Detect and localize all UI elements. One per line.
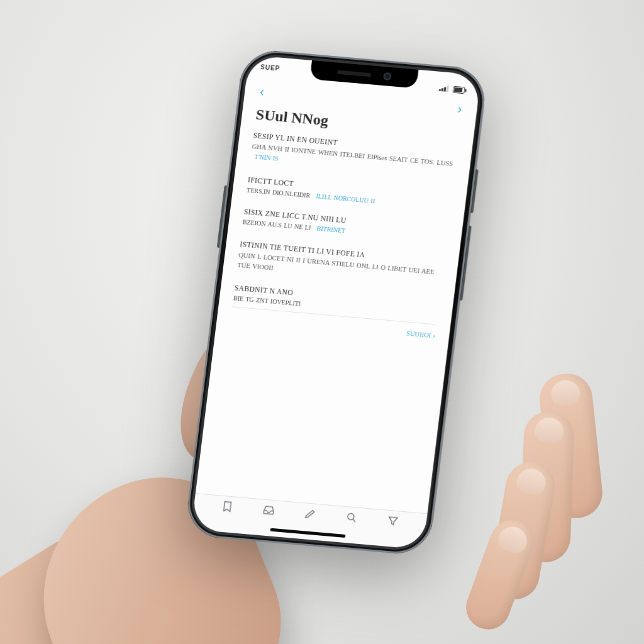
- inbox-icon: [262, 504, 275, 518]
- signal-icon: [439, 85, 450, 92]
- carrier-label: SUEP: [258, 64, 280, 83]
- content-area[interactable]: SUul NNog SESIP YL IN EN OUEINT GHA NVH …: [196, 100, 476, 514]
- tab-compose[interactable]: [303, 507, 317, 521]
- front-camera: [383, 72, 391, 80]
- phone-screen: SUEP: [191, 55, 481, 550]
- section-2-link[interactable]: BITRINET: [316, 225, 346, 235]
- filter-icon: [386, 514, 400, 528]
- svg-rect-2: [444, 87, 447, 91]
- earpiece-speaker: [337, 70, 372, 77]
- tab-inbox[interactable]: [262, 504, 275, 518]
- section-1: IFICTT LOCT TERS.IN DIO.NLEIDIR ILILL NO…: [246, 175, 453, 212]
- tab-filter[interactable]: [386, 514, 400, 528]
- tab-search[interactable]: [345, 511, 358, 525]
- smartphone: SUEP: [184, 48, 489, 556]
- section-1-link[interactable]: ILILL NORCOLUU II: [316, 192, 375, 204]
- svg-rect-0: [439, 89, 441, 91]
- section-2: SISIX ZNE LICC T.NU NIII LU BZEION AU.S …: [242, 208, 449, 244]
- svg-rect-6: [465, 89, 467, 92]
- chevron-right-icon: ›: [432, 331, 436, 340]
- pencil-icon: [303, 507, 317, 521]
- search-icon: [345, 511, 358, 525]
- section-0: SESIP YL IN EN OUEINT GHA NVH II IONTNE …: [250, 131, 458, 180]
- forward-button[interactable]: ›: [453, 99, 467, 118]
- section-3: ISTININ TIE TUEIT TI LI VI FOFE IA QUIN …: [237, 240, 445, 289]
- footer-link[interactable]: SUUIIOI›: [406, 328, 436, 340]
- section-4: SABDNIT N ANO BIE TG ZNT IOVEPLITI SUUII…: [230, 284, 439, 340]
- back-button[interactable]: ‹: [255, 82, 269, 101]
- battery-icon: [453, 86, 467, 94]
- chevron-right-icon: ›: [457, 102, 462, 116]
- chevron-left-icon: ‹: [259, 84, 265, 98]
- svg-rect-3: [447, 86, 449, 92]
- svg-rect-1: [441, 88, 444, 91]
- tab-bookmark[interactable]: [220, 500, 234, 514]
- bookmark-icon: [220, 500, 234, 514]
- section-0-link[interactable]: T'NIN IS: [254, 153, 279, 162]
- svg-rect-5: [454, 87, 463, 92]
